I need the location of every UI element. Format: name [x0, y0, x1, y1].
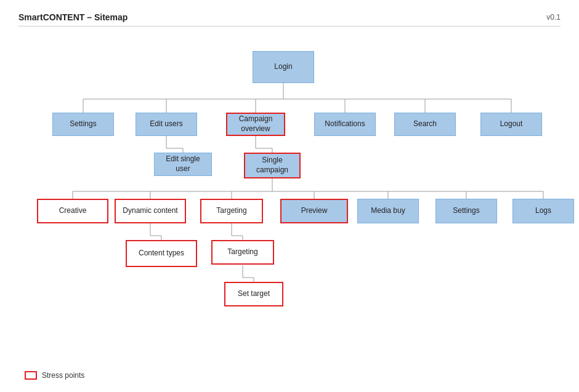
logout-node[interactable]: Logout [480, 113, 542, 136]
single-campaign-node[interactable]: Single campaign [244, 153, 301, 178]
legend-label: Stress points [42, 371, 84, 380]
targeting-main-node[interactable]: Targeting [200, 199, 263, 223]
preview-node[interactable]: Preview [280, 199, 348, 223]
sitemap: Login Settings Edit users Campaign overv… [18, 33, 561, 359]
header: SmartCONTENT – Sitemap v0.1 [18, 12, 561, 22]
set-target-node[interactable]: Set target [224, 282, 283, 306]
login-node[interactable]: Login [253, 51, 314, 83]
creative-node[interactable]: Creative [37, 199, 108, 223]
page-title: SmartCONTENT – Sitemap [18, 12, 128, 22]
edit-single-user-node[interactable]: Edit single user [154, 153, 212, 176]
legend-icon [25, 371, 37, 380]
version-label: v0.1 [546, 13, 561, 22]
page: SmartCONTENT – Sitemap v0.1 [0, 0, 579, 392]
media-buy-node[interactable]: Media buy [357, 199, 419, 223]
notifications-node[interactable]: Notifications [314, 113, 376, 136]
legend: Stress points [25, 371, 84, 380]
campaign-overview-node[interactable]: Campaign overview [226, 113, 285, 136]
logs-node[interactable]: Logs [512, 199, 574, 223]
content-types-node[interactable]: Content types [126, 240, 197, 267]
search-node[interactable]: Search [394, 113, 456, 136]
divider [18, 26, 561, 26]
targeting-sub-node[interactable]: Targeting [211, 240, 274, 265]
settings-node[interactable]: Settings [52, 113, 114, 136]
settings2-node[interactable]: Settings [435, 199, 497, 223]
edit-users-node[interactable]: Edit users [136, 113, 197, 136]
dynamic-content-node[interactable]: Dynamic content [115, 199, 186, 223]
